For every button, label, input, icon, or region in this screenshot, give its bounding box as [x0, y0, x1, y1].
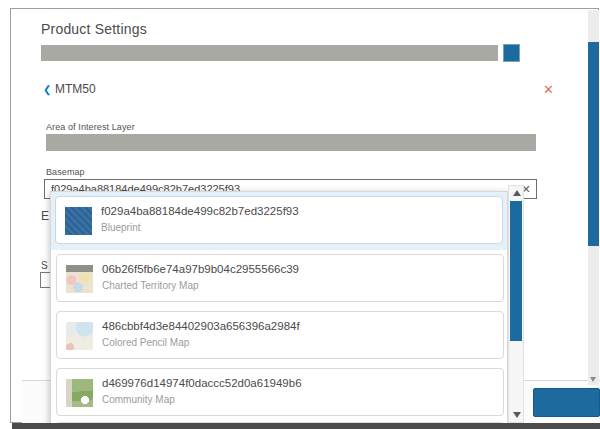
basemap-option-name: Charted Territory Map: [102, 280, 199, 291]
basemap-option-name: Colored Pencil Map: [102, 337, 189, 348]
basemap-option-id: d469976d14974f0daccc52d0a61949b6: [102, 377, 302, 389]
basemap-thumbnail: [65, 207, 92, 235]
basemap-option-id: 486cbbf4d3e84402903a656396a2984f: [102, 320, 300, 332]
basemap-option[interactable]: 06b26f5fb6e74a97b9b04c2955566c39 Charted…: [56, 254, 504, 302]
page-scrollbar[interactable]: [588, 10, 599, 385]
area-of-interest-label: Area of Interest Layer: [46, 122, 135, 132]
basemap-label: Basemap: [46, 167, 85, 177]
basemap-option-name: Blueprint: [101, 222, 140, 233]
basemap-option-id: f029a4ba88184de499c82b7ed3225f93: [101, 205, 299, 217]
dropdown-scrollbar-thumb[interactable]: [510, 201, 522, 341]
basemap-option[interactable]: d469976d14974f0daccc52d0a61949b6 Communi…: [56, 368, 504, 416]
window-bottom-edge: [12, 423, 600, 429]
basemap-option[interactable]: f029a4ba88184de499c82b7ed3225f93 Bluepri…: [55, 196, 503, 244]
hidden-field-label-fragment: E: [41, 209, 49, 223]
scroll-up-icon[interactable]: [513, 190, 521, 196]
basemap-thumbnail: [66, 265, 93, 293]
color-swatch[interactable]: [504, 45, 519, 61]
basemap-thumbnail: [66, 322, 93, 350]
area-of-interest-field[interactable]: [46, 134, 536, 151]
back-chevron-icon: ❮: [43, 84, 51, 95]
scroll-down-icon[interactable]: [513, 412, 521, 418]
basemap-option-id: 06b26f5fb6e74a97b9b04c2955566c39: [102, 263, 299, 275]
page-scroll-down-icon[interactable]: [590, 377, 596, 382]
primary-action-button[interactable]: [533, 388, 600, 417]
basemap-option-name: Community Map: [102, 394, 175, 405]
dropdown-scrollbar[interactable]: [508, 185, 524, 423]
product-settings-screen: Product Settings ❮ MTM50 ✕ Area of Inter…: [0, 0, 600, 429]
basemap-option[interactable]: 486cbbf4d3e84402903a656396a2984f Colored…: [56, 311, 504, 359]
basemap-thumbnail: [66, 379, 93, 407]
back-label: MTM50: [55, 82, 96, 96]
page-scrollbar-thumb[interactable]: [588, 42, 599, 246]
close-icon[interactable]: ✕: [543, 82, 554, 97]
redacted-product-field[interactable]: [41, 45, 498, 61]
basemap-dropdown: f029a4ba88184de499c82b7ed3225f93 Bluepri…: [50, 191, 508, 429]
hidden-field-label-fragment: S: [41, 260, 48, 271]
page-title: Product Settings: [41, 21, 147, 37]
